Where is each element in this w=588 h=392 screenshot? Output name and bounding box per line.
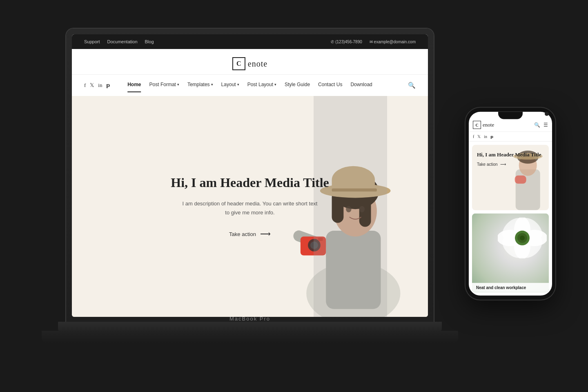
phone-social-facebook[interactable]: f [473, 134, 474, 139]
phone-social-twitter[interactable]: 𝕏 [477, 134, 481, 139]
laptop-device: Support Documentation Blog ✆ (123)456-78… [66, 29, 434, 363]
nav-item-templates[interactable]: Templates ▾ [187, 82, 213, 89]
social-pinterest-icon[interactable]: 𝗽 [106, 82, 110, 89]
top-bar-contact: ✆ (123)456-7890 ✉ example@domain.com [331, 40, 416, 44]
nav-social: f 𝕏 in 𝗽 [84, 82, 110, 89]
phone-header-icons: 🔍 ☰ [534, 122, 548, 128]
social-facebook-icon[interactable]: f [84, 82, 86, 89]
top-bar-phone: ✆ (123)456-7890 [331, 40, 362, 44]
nav-links: Home Post Format ▾ Templates ▾ Layout ▾ … [127, 82, 372, 89]
phone-device: C enote 🔍 ☰ f 𝕏 in 𝗽 Hi, I am Header Med… [466, 108, 555, 300]
hero-cta-button[interactable]: Take action ⟶ [88, 229, 412, 238]
logo-text: enote [248, 59, 267, 69]
nav-item-layout[interactable]: Layout ▾ [221, 82, 239, 89]
social-linkedin-icon[interactable]: in [98, 82, 102, 89]
phone-social-bar: f 𝕏 in 𝗽 [469, 132, 552, 142]
top-bar-documentation[interactable]: Documentation [107, 39, 138, 44]
top-bar-links: Support Documentation Blog [84, 39, 154, 44]
svg-rect-24 [514, 176, 526, 184]
phone-logo-text: enote [483, 122, 494, 128]
laptop-screen: Support Documentation Blog ✆ (123)456-78… [72, 34, 428, 317]
flower-illustration [498, 218, 547, 258]
phone-notch [498, 112, 523, 119]
website-content: Support Documentation Blog ✆ (123)456-78… [72, 34, 428, 317]
nav-item-post-layout[interactable]: Post Layout ▾ [247, 82, 276, 89]
phone-cta-label: Take action [477, 162, 498, 167]
top-bar-email: ✉ example@domain.com [370, 40, 416, 44]
site-logo[interactable]: C enote [232, 57, 267, 70]
nav-item-contact-us[interactable]: Contact Us [318, 82, 342, 89]
hero-title: Hi, I am Header Media Title [88, 174, 412, 192]
nav-item-post-format[interactable]: Post Format ▾ [149, 82, 179, 89]
phone-logo[interactable]: C enote [473, 121, 494, 129]
phone-screen: C enote 🔍 ☰ f 𝕏 in 𝗽 Hi, I am Header Med… [469, 112, 552, 296]
phone-camera-icon [545, 112, 549, 116]
hero-cta-label: Take action [229, 231, 256, 237]
main-nav: f 𝕏 in 𝗽 Home Post Format ▾ Templates ▾ … [72, 75, 428, 96]
site-header: C enote [72, 49, 428, 75]
phone-menu-icon[interactable]: ☰ [543, 122, 548, 128]
search-icon[interactable]: 🔍 [408, 82, 416, 89]
nav-item-download[interactable]: Download [350, 82, 372, 89]
logo-box: C [232, 57, 245, 70]
cta-arrow-icon: ⟶ [260, 229, 271, 238]
phone-cta-arrow: ⟶ [500, 162, 506, 167]
phone-hero-cta[interactable]: Take action ⟶ [477, 162, 544, 167]
nav-item-style-guide[interactable]: Style Guide [285, 82, 310, 89]
phone-hero-title: Hi, I am Header Media Title [477, 151, 544, 158]
phone-hero-card: Hi, I am Header Media Title Take action … [472, 145, 549, 210]
phone-lower-card: Neat and clean workplace [472, 214, 549, 292]
hero-section: Hi, I am Header Media Title I am descrip… [72, 96, 428, 317]
laptop-foot: MacBook Pro [42, 331, 458, 343]
nav-item-home[interactable]: Home [127, 82, 141, 89]
phone-lower-label: Neat and clean workplace [472, 283, 549, 292]
phone-logo-box: C [473, 121, 481, 129]
laptop-label: MacBook Pro [229, 316, 270, 322]
social-twitter-icon[interactable]: 𝕏 [90, 82, 94, 89]
phone-social-linkedin[interactable]: in [484, 134, 487, 139]
laptop-base [58, 322, 442, 331]
hero-description: I am description of header media. You ca… [180, 199, 319, 217]
laptop-body: Support Documentation Blog ✆ (123)456-78… [66, 29, 434, 323]
svg-point-35 [520, 236, 525, 241]
top-bar: Support Documentation Blog ✆ (123)456-78… [72, 34, 428, 49]
phone-search-icon[interactable]: 🔍 [534, 122, 540, 128]
top-bar-support[interactable]: Support [84, 39, 100, 44]
hero-content: Hi, I am Header Media Title I am descrip… [72, 150, 428, 263]
top-bar-blog[interactable]: Blog [145, 39, 154, 44]
phone-social-pinterest[interactable]: 𝗽 [490, 134, 493, 139]
